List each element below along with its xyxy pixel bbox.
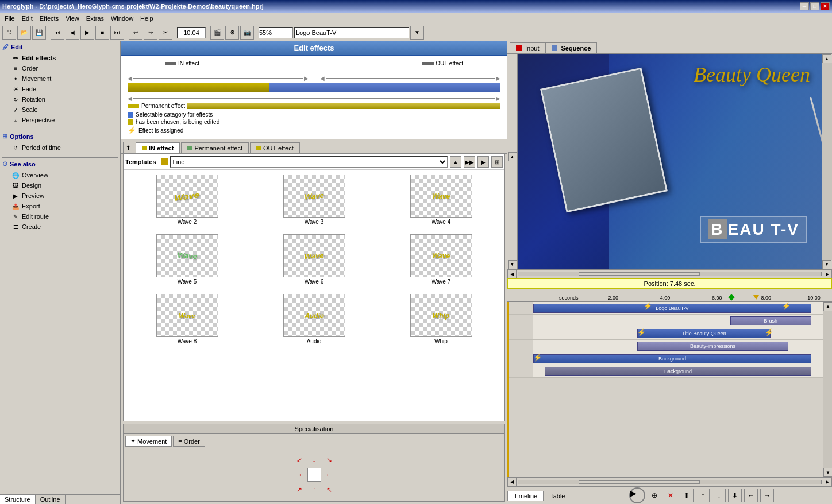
sidebar-item-order[interactable]: ≡ Order (2, 63, 118, 73)
minimize-button[interactable]: ─ (800, 2, 809, 10)
hscroll-track[interactable] (518, 272, 822, 276)
playback-back[interactable]: ← (744, 489, 758, 502)
scroll-right-up[interactable]: ▲ (822, 54, 831, 63)
toolbar-first[interactable]: ⏮ (51, 26, 64, 40)
track-block-bg1[interactable]: Background (533, 354, 811, 363)
timeline-tab-table[interactable]: Table (544, 491, 571, 501)
toolbar-redo[interactable]: ↪ (144, 26, 157, 40)
move-w[interactable]: → (292, 468, 306, 482)
template-grid-btn[interactable]: ⊞ (491, 156, 503, 168)
template-item-wave7[interactable]: Wave Wave 7 (380, 232, 502, 287)
template-item-wave3[interactable]: Wave Wave 3 (253, 172, 375, 227)
sidebar-item-period-of-time[interactable]: ↺ Period of time (2, 142, 118, 153)
spec-tab-movement[interactable]: ✦ Movement (125, 436, 172, 447)
vscroll-down[interactable]: ▼ (823, 468, 832, 477)
hscroll-thumb[interactable] (579, 272, 700, 276)
template-item-wave6[interactable]: Wave Wave 6 (253, 232, 375, 287)
menu-effects[interactable]: Effects (36, 14, 62, 23)
toolbar-new[interactable]: 🖫 (2, 26, 16, 40)
scroll-right-down[interactable]: ▼ (822, 260, 831, 269)
toolbar-undo[interactable]: ↩ (129, 26, 142, 40)
menu-extras[interactable]: Extras (83, 14, 107, 23)
toolbar-camera[interactable]: 📷 (240, 26, 254, 40)
track-block-brush[interactable]: Brush (730, 316, 811, 325)
tab-in-effect[interactable]: IN effect (136, 142, 180, 153)
move-se[interactable]: ↖ (322, 483, 336, 497)
tab-input[interactable]: Input (510, 42, 545, 53)
tab-sequence[interactable]: Sequence (545, 42, 597, 53)
vscroll-up[interactable]: ▲ (823, 302, 832, 311)
template-item-wave4[interactable]: Wave Wave 4 (380, 172, 502, 227)
vscroll-track[interactable] (823, 311, 832, 468)
move-center[interactable] (307, 468, 321, 482)
scroll-left-down[interactable]: ▼ (508, 260, 517, 269)
maximize-button[interactable]: □ (810, 2, 819, 10)
sidebar-item-scale[interactable]: ⤢ Scale (2, 104, 118, 115)
sidebar-item-preview[interactable]: ▶ Preview (2, 191, 118, 201)
hscroll-right[interactable]: ▶ (823, 269, 832, 278)
toolbar-open[interactable]: 📂 (17, 26, 31, 40)
tab-permanent-effect[interactable]: Permanent effect (181, 142, 249, 153)
move-n[interactable]: ↓ (307, 453, 321, 467)
playback-up[interactable]: ⬆ (680, 489, 694, 502)
template-play-btn[interactable]: ▶ (477, 156, 489, 168)
toolbar-next[interactable]: ⏭ (110, 26, 124, 40)
menu-window[interactable]: Window (107, 14, 137, 23)
timeline-hscroll-right[interactable]: ▶ (823, 478, 832, 487)
move-ne[interactable]: ↘ (322, 453, 336, 467)
menu-file[interactable]: File (1, 14, 18, 23)
playback-delete[interactable]: ✕ (664, 489, 677, 502)
playback-up2[interactable]: ↑ (696, 489, 710, 502)
template-forward-btn[interactable]: ▶▶ (464, 156, 475, 168)
tab-structure[interactable]: Structure (0, 495, 36, 504)
template-item-wave2[interactable]: Wave Wave 2 (126, 172, 248, 227)
template-item-audio[interactable]: Audio Audio (253, 292, 375, 347)
timeline-hscroll-left[interactable]: ◀ (507, 478, 517, 487)
hscroll-left[interactable]: ◀ (507, 269, 517, 278)
toolbar-render[interactable]: 🎬 (210, 26, 224, 40)
template-item-whip[interactable]: Whip Whip (380, 292, 502, 347)
scroll-left-up[interactable]: ▲ (508, 152, 517, 161)
sidebar-item-edit-effects[interactable]: ✏ Edit effects (2, 53, 118, 63)
track-block-title[interactable]: Title Beauty Queen (637, 329, 771, 338)
track-block-logo[interactable]: Logo BeauT-V (533, 304, 811, 313)
sidebar-item-overview[interactable]: 🌐 Overview (2, 170, 118, 180)
menu-help[interactable]: Help (137, 14, 157, 23)
template-item-wave8[interactable]: Wave Wave 8 (126, 292, 248, 347)
move-nw[interactable]: ↙ (292, 453, 306, 467)
toolbar-stop[interactable]: ■ (95, 26, 109, 40)
sidebar-item-movement[interactable]: ✦ Movement (2, 73, 118, 84)
sidebar-item-perspective[interactable]: ⟁ Perspective (2, 115, 118, 125)
playback-fwd[interactable]: → (760, 489, 774, 502)
template-item-wave5[interactable]: Wave Wave 5 (126, 232, 248, 287)
zoom-input[interactable]: 10.04 (177, 27, 206, 38)
menu-edit[interactable]: Edit (18, 14, 36, 23)
timeline-hscroll-thumb[interactable] (579, 480, 700, 484)
playback-down[interactable]: ↓ (712, 489, 726, 502)
track-block-beauty[interactable]: Beauty-impressions (637, 342, 788, 351)
spec-tab-order[interactable]: ≡ Order (173, 436, 205, 447)
timeline-tab-timeline[interactable]: Timeline (507, 491, 544, 501)
playback-play-btn[interactable]: ▶ (629, 487, 645, 503)
close-button[interactable]: ✕ (821, 2, 830, 10)
quality-input[interactable] (259, 27, 293, 38)
toolbar-cut[interactable]: ✂ (159, 26, 172, 40)
sidebar-item-export[interactable]: 📤 Export (2, 201, 118, 211)
sidebar-item-rotation[interactable]: ↻ Rotation (2, 94, 118, 104)
sidebar-item-create[interactable]: ☰ Create (2, 222, 118, 232)
sidebar-item-fade[interactable]: ☀ Fade (2, 84, 118, 94)
toolbar-settings[interactable]: ⚙ (225, 26, 239, 40)
template-folder-select[interactable]: Line (170, 156, 448, 168)
toolbar-prev[interactable]: ◀ (66, 26, 79, 40)
collapse-button[interactable]: ⬆ (123, 142, 133, 153)
project-name-input[interactable]: Logo BeauT-V (294, 27, 409, 38)
playback-to-start[interactable]: ⊕ (648, 489, 661, 502)
toolbar-save[interactable]: 💾 (32, 26, 46, 40)
toolbar-dropdown[interactable]: ▼ (410, 26, 424, 40)
toolbar-play[interactable]: ▶ (80, 26, 94, 40)
playback-down2[interactable]: ⬇ (728, 489, 742, 502)
tab-outline[interactable]: Outline (36, 495, 66, 504)
move-s[interactable]: ↑ (307, 483, 321, 497)
timeline-hscroll-track[interactable] (518, 480, 822, 484)
sidebar-item-edit-route[interactable]: ✎ Edit route (2, 211, 118, 222)
